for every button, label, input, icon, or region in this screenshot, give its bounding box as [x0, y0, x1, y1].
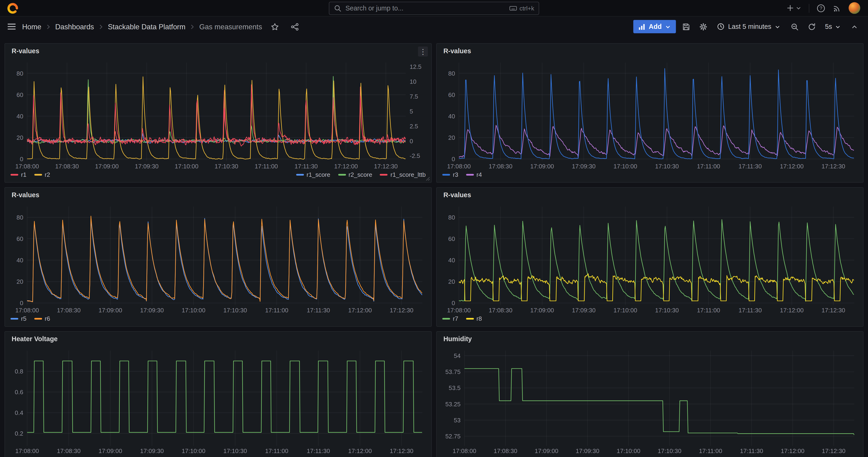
svg-text:17:08:30: 17:08:30: [494, 448, 517, 454]
svg-text:20: 20: [17, 134, 23, 141]
svg-text:17:11:30: 17:11:30: [740, 448, 763, 454]
panel-title[interactable]: Humidity: [443, 335, 472, 343]
svg-text:17:10:00: 17:10:00: [182, 448, 206, 454]
legend-item-r1[interactable]: r1: [10, 171, 27, 178]
time-series-chart[interactable]: 020406080-2.502.557.51012.517:08:0017:08…: [8, 58, 428, 170]
chevron-down-icon: [775, 24, 781, 30]
legend-item-r1_score_lttb[interactable]: r1_score_lttb: [380, 171, 426, 178]
zoom-out-button[interactable]: [787, 20, 802, 33]
panel-heater-voltage: Heater Voltage 0.20.40.60.817:08:0017:08…: [4, 331, 432, 457]
save-icon: [682, 22, 690, 31]
add-panel-button[interactable]: Add: [633, 20, 676, 33]
svg-text:17:12:00: 17:12:00: [348, 307, 372, 314]
refresh-interval-picker[interactable]: 5s: [822, 20, 844, 33]
svg-text:40: 40: [17, 113, 23, 120]
save-dashboard-button[interactable]: [679, 20, 693, 33]
panel-menu-button[interactable]: ⋮: [418, 47, 428, 57]
time-series-chart[interactable]: 02040608017:08:0017:08:3017:09:0017:09:3…: [440, 58, 860, 170]
breadcrumb-current[interactable]: Gas measurements: [199, 22, 262, 31]
panel-title[interactable]: R-values: [11, 191, 39, 199]
grafana-logo[interactable]: [7, 2, 19, 14]
chevron-right-icon: [45, 24, 51, 30]
svg-text:20: 20: [448, 278, 455, 285]
time-range-picker[interactable]: Last 5 minutes: [713, 20, 784, 33]
share-button[interactable]: [287, 20, 302, 33]
legend-item-r3[interactable]: r3: [442, 171, 458, 178]
svg-text:60: 60: [17, 91, 23, 98]
legend-item-r6[interactable]: r6: [34, 315, 50, 322]
collapse-toolbar-button[interactable]: [847, 20, 862, 33]
breadcrumb-folder[interactable]: Stackable Data Platform: [108, 22, 186, 31]
legend-item-r5[interactable]: r5: [10, 315, 27, 322]
search-input[interactable]: Search or jump to... ctrl+k: [329, 2, 539, 15]
news-button[interactable]: [833, 3, 841, 12]
legend-item-r4[interactable]: r4: [466, 171, 482, 178]
dashboard-settings-button[interactable]: [696, 20, 710, 33]
panel-title[interactable]: R-values: [11, 47, 39, 55]
svg-text:17:10:00: 17:10:00: [614, 307, 637, 314]
rss-icon: [833, 3, 841, 12]
svg-text:20: 20: [448, 134, 455, 141]
svg-text:17:11:30: 17:11:30: [307, 448, 330, 454]
panel-r-values-2: R-values 02040608017:08:0017:08:3017:09:…: [436, 43, 864, 183]
svg-text:17:12:30: 17:12:30: [822, 307, 845, 314]
panel-resize-handle[interactable]: [426, 177, 430, 181]
dashboard-toolbar: Home Dashboards Stackable Data Platform …: [0, 17, 868, 36]
svg-text:2.5: 2.5: [410, 123, 418, 130]
svg-text:40: 40: [448, 113, 455, 120]
breadcrumb-home[interactable]: Home: [22, 22, 41, 31]
mega-menu-toggle[interactable]: [7, 22, 17, 32]
svg-text:17:12:00: 17:12:00: [780, 307, 804, 314]
svg-text:53.25: 53.25: [445, 401, 461, 408]
svg-text:17:08:00: 17:08:00: [453, 448, 476, 454]
legend-item-r7[interactable]: r7: [442, 315, 458, 322]
svg-text:0.8: 0.8: [15, 368, 23, 375]
svg-text:17:12:00: 17:12:00: [781, 448, 805, 454]
time-range-label: Last 5 minutes: [728, 23, 771, 30]
svg-text:17:08:00: 17:08:00: [16, 307, 39, 314]
refresh-button[interactable]: [805, 20, 819, 33]
svg-text:17:12:00: 17:12:00: [348, 448, 372, 454]
svg-text:17:09:00: 17:09:00: [99, 448, 122, 454]
legend-item-r8[interactable]: r8: [466, 315, 482, 322]
time-series-chart[interactable]: 0.20.40.60.817:08:0017:08:3017:09:0017:0…: [8, 346, 428, 455]
svg-text:17:10:30: 17:10:30: [223, 307, 247, 314]
panel-title[interactable]: Heater Voltage: [11, 335, 58, 343]
share-icon: [290, 22, 299, 31]
favorite-button[interactable]: [268, 20, 282, 33]
menu-icon: [7, 22, 17, 32]
svg-text:17:08:30: 17:08:30: [55, 163, 79, 170]
svg-text:60: 60: [17, 235, 23, 242]
panel-legend: r3r4: [437, 170, 863, 182]
breadcrumb-dashboards[interactable]: Dashboards: [55, 22, 94, 31]
svg-text:17:12:30: 17:12:30: [822, 163, 845, 170]
legend-item-heatervoltage[interactable]: heatervoltage: [10, 456, 58, 457]
svg-text:0: 0: [410, 138, 413, 145]
clock-icon: [717, 23, 725, 30]
legend-item-r2_score[interactable]: r2_score: [338, 171, 372, 178]
legend-item-r1_score[interactable]: r1_score: [296, 171, 330, 178]
breadcrumb: Home Dashboards Stackable Data Platform …: [22, 22, 262, 31]
chevron-down-icon: [665, 24, 671, 30]
panel-title[interactable]: R-values: [443, 47, 471, 55]
svg-text:17:11:00: 17:11:00: [265, 307, 288, 314]
panel-legend: r7r8: [437, 314, 863, 326]
time-series-chart[interactable]: 02040608017:08:0017:08:3017:09:0017:09:3…: [8, 202, 428, 314]
svg-text:17:11:00: 17:11:00: [265, 448, 288, 454]
svg-text:17:09:30: 17:09:30: [140, 307, 164, 314]
user-avatar[interactable]: [849, 2, 860, 14]
panel-title[interactable]: R-values: [443, 191, 471, 199]
panel-header: R-values: [437, 44, 863, 58]
new-menu-button[interactable]: [786, 4, 802, 12]
time-series-chart[interactable]: 52.755353.2553.553.755417:08:0017:08:301…: [440, 346, 860, 455]
top-navigation-bar: Search or jump to... ctrl+k: [0, 0, 868, 17]
legend-item-r2[interactable]: r2: [34, 171, 50, 178]
help-button[interactable]: ?: [817, 3, 826, 12]
keyboard-icon: [509, 4, 517, 12]
time-series-chart[interactable]: 02040608017:08:0017:08:3017:09:0017:09:3…: [440, 202, 860, 314]
svg-text:0: 0: [20, 156, 23, 162]
svg-text:80: 80: [448, 70, 455, 77]
search-shortcut-hint: ctrl+k: [509, 4, 534, 12]
legend-item-humidity[interactable]: humidity: [442, 456, 475, 457]
svg-text:17:12:30: 17:12:30: [390, 307, 413, 314]
